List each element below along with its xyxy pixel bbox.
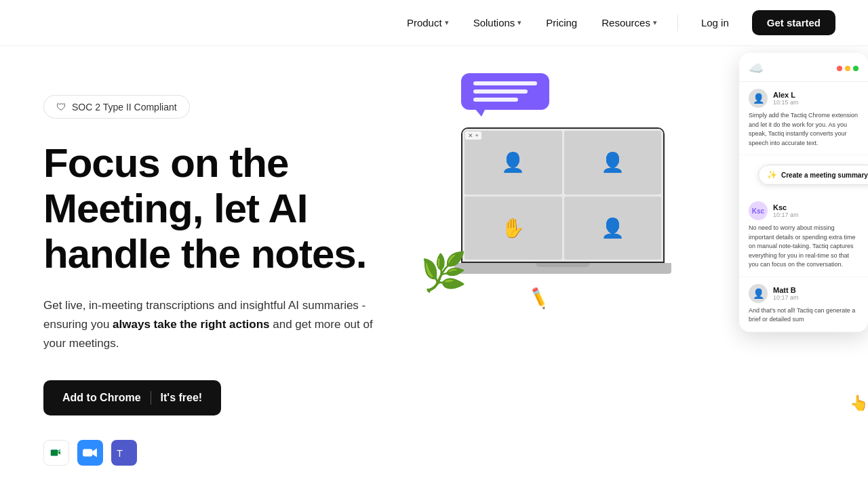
close-dot xyxy=(837,66,842,71)
bubble-line xyxy=(473,89,528,94)
laptop-base xyxy=(454,263,671,274)
avatar-alex: 👤 xyxy=(749,89,768,108)
minimize-dot xyxy=(845,66,850,71)
chat-user-3: 👤 Matt B 10:17 am xyxy=(749,284,859,303)
chat-message-1: 👤 Alex L 10:15 am Simply add the Tactiq … xyxy=(739,82,868,155)
soc-badge-text: SOC 2 Type II Compliant xyxy=(72,102,177,113)
svg-text:T: T xyxy=(117,447,123,458)
user-info: Matt B 10:17 am xyxy=(773,286,799,301)
plant-decoration: 🌿 xyxy=(420,250,467,294)
bubble-line xyxy=(473,81,537,85)
chat-text-matt: And that's not all! Tactiq can generate … xyxy=(749,306,859,325)
teams-icon: T xyxy=(111,440,137,466)
chat-message-3: 👤 Matt B 10:17 am And that's not all! Ta… xyxy=(739,277,868,332)
shield-icon: 🛡 xyxy=(56,101,66,113)
avatar-matt: 👤 xyxy=(749,284,768,303)
chat-text-ksc: No need to worry about missing important… xyxy=(749,224,859,270)
window-controls xyxy=(837,66,859,71)
video-cell: ✋ xyxy=(465,197,562,260)
username-alex: Alex L xyxy=(773,91,799,99)
chat-user-2: Ksc Ksc 10:17 am xyxy=(749,201,859,220)
username-ksc: Ksc xyxy=(773,203,799,211)
nav-separator xyxy=(677,15,678,31)
laptop-screen: 👤 👤 ✋ 👤 ✕ + xyxy=(461,127,665,263)
login-button[interactable]: Log in xyxy=(689,12,741,34)
nav-pricing-label: Pricing xyxy=(546,17,577,28)
hero-title: Focus on the Meeting, let AI handle the … xyxy=(43,140,382,277)
cursor-hand-icon: 👆 xyxy=(850,394,868,412)
chevron-down-icon: ▾ xyxy=(517,18,521,27)
integration-icons: T xyxy=(43,440,382,466)
nav-solutions[interactable]: Solutions ▾ xyxy=(464,12,532,34)
chat-user-1: 👤 Alex L 10:15 am xyxy=(749,89,859,108)
hero-title-line2: Meeting, let AI xyxy=(43,186,307,231)
cta-separator xyxy=(151,391,151,405)
nav-links: Product ▾ Solutions ▾ Pricing Resources … xyxy=(397,10,835,35)
nav-resources[interactable]: Resources ▾ xyxy=(592,12,667,34)
video-cell: 👤 xyxy=(465,131,562,195)
bubble-line xyxy=(473,98,518,102)
expand-dot xyxy=(853,66,859,71)
panel-header: ☁️ xyxy=(739,53,868,82)
navbar: Product ▾ Solutions ▾ Pricing Resources … xyxy=(0,0,868,46)
get-started-button[interactable]: Get started xyxy=(752,10,835,35)
username-matt: Matt B xyxy=(773,286,799,294)
create-summary-container: ✨ Create a meeting summary xyxy=(739,155,868,195)
nav-pricing[interactable]: Pricing xyxy=(536,12,587,34)
hero-left: 🛡 SOC 2 Type II Compliant Focus on the M… xyxy=(43,68,382,488)
avatar-ksc: Ksc xyxy=(749,201,768,220)
app-logo: ☁️ xyxy=(749,61,764,76)
google-meet-icon xyxy=(43,440,69,466)
speech-bubble-left xyxy=(461,73,549,110)
laptop-illustration: 👤 👤 ✋ 👤 ✕ + 🌿 ✏️ xyxy=(461,127,678,274)
chevron-down-icon: ▾ xyxy=(653,18,657,27)
zoom-icon xyxy=(77,440,103,466)
cta-part2-label: It's free! xyxy=(161,392,203,404)
svg-rect-1 xyxy=(83,449,92,456)
chat-text-alex: Simply add the Tactiq Chrome extension a… xyxy=(749,111,859,148)
hero-title-line3: handle the notes. xyxy=(43,231,366,277)
sparkle-icon: ✨ xyxy=(767,170,777,180)
video-cell: 👤 xyxy=(564,131,662,195)
cta-part1-label: Add to Chrome xyxy=(62,392,141,404)
hero-title-line1: Focus on the xyxy=(43,140,288,186)
chevron-down-icon: ▾ xyxy=(445,18,449,27)
time-alex: 10:15 am xyxy=(773,99,799,106)
nav-product-label: Product xyxy=(407,17,442,28)
bubble-tail xyxy=(475,108,486,117)
soc-badge: 🛡 SOC 2 Type II Compliant xyxy=(43,95,190,119)
video-cell: 👤 xyxy=(564,197,662,260)
create-meeting-summary-button[interactable]: ✨ Create a meeting summary xyxy=(758,165,868,185)
user-info: Alex L 10:15 am xyxy=(773,91,799,106)
time-matt: 10:17 am xyxy=(773,294,799,301)
nav-solutions-label: Solutions xyxy=(473,17,515,28)
user-info: Ksc 10:17 am xyxy=(773,203,799,218)
nav-product[interactable]: Product ▾ xyxy=(397,12,458,34)
nav-resources-label: Resources xyxy=(601,17,650,28)
chat-panel: ☁️ 👤 Alex L 10:15 am Simply add the Tact… xyxy=(739,53,868,332)
hero-section: 🛡 SOC 2 Type II Compliant Focus on the M… xyxy=(0,0,868,488)
create-summary-label: Create a meeting summary xyxy=(781,171,868,179)
chat-message-2: Ksc Ksc 10:17 am No need to worry about … xyxy=(739,195,868,277)
hero-desc-bold: always take the right actions xyxy=(113,318,269,331)
pen-decoration: ✏️ xyxy=(526,286,552,311)
time-ksc: 10:17 am xyxy=(773,211,799,218)
add-to-chrome-button[interactable]: Add to Chrome It's free! xyxy=(43,380,221,415)
hero-description: Get live, in-meeting transcriptions and … xyxy=(43,296,382,353)
screen-grid: 👤 👤 ✋ 👤 xyxy=(462,129,663,262)
hero-illustration: 👤 👤 ✋ 👤 ✕ + 🌿 ✏️ ☁️ xyxy=(420,46,868,480)
